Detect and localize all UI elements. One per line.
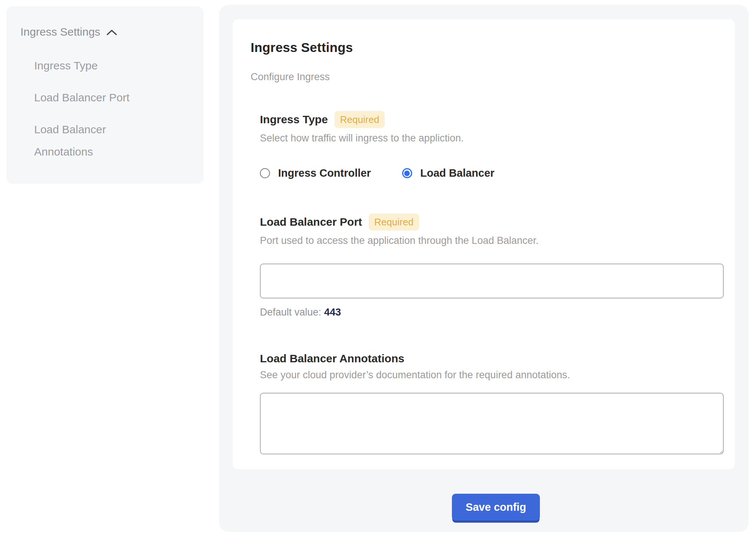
ingress-type-options: Ingress Controller Load Balancer [260, 167, 717, 179]
ingress-settings-card: Ingress Settings Configure Ingress Ingre… [233, 19, 735, 469]
load-balancer-port-input[interactable] [260, 264, 724, 298]
required-badge: Required [369, 213, 419, 231]
load-balancer-port-description: Port used to access the application thro… [260, 235, 717, 246]
load-balancer-port-label: Load Balancer Port [260, 216, 362, 228]
radio-label-load-balancer: Load Balancer [420, 167, 495, 179]
settings-sidebar: Ingress Settings Ingress Type Load Balan… [6, 6, 203, 184]
default-value-number: 443 [324, 307, 341, 318]
sidebar-item-load-balancer-annotations[interactable]: Load Balancer Annotations [34, 118, 157, 163]
save-config-button[interactable]: Save config [452, 494, 540, 520]
field-load-balancer-annotations: Load Balancer Annotations See your cloud… [260, 352, 717, 454]
sidebar-item-list: Ingress Type Load Balancer Port Load Bal… [34, 55, 189, 163]
load-balancer-annotations-textarea[interactable] [260, 393, 724, 454]
sidebar-section-toggle[interactable]: Ingress Settings [20, 26, 189, 38]
page-subtitle: Configure Ingress [251, 71, 717, 83]
field-ingress-type: Ingress Type Required Select how traffic… [260, 111, 717, 179]
default-value-label: Default value: [260, 307, 321, 318]
load-balancer-annotations-description: See your cloud provider’s documentation … [260, 369, 717, 381]
radio-option-ingress-controller[interactable]: Ingress Controller [260, 167, 371, 179]
ingress-type-description: Select how traffic will ingress to the a… [260, 133, 717, 144]
ingress-type-label: Ingress Type [260, 113, 328, 126]
default-value-row: Default value:443 [260, 307, 717, 318]
required-badge: Required [335, 111, 385, 128]
load-balancer-annotations-label: Load Balancer Annotations [260, 352, 404, 365]
radio-unselected-icon[interactable] [260, 168, 270, 178]
chevron-up-icon [106, 29, 117, 36]
field-load-balancer-port: Load Balancer Port Required Port used to… [260, 213, 717, 318]
radio-option-load-balancer[interactable]: Load Balancer [402, 167, 495, 179]
radio-selected-icon[interactable] [402, 168, 412, 178]
page-title: Ingress Settings [251, 40, 717, 55]
sidebar-section-title: Ingress Settings [20, 26, 100, 38]
radio-label-ingress-controller: Ingress Controller [278, 167, 371, 179]
sidebar-item-load-balancer-port[interactable]: Load Balancer Port [34, 86, 157, 109]
sidebar-item-ingress-type[interactable]: Ingress Type [34, 55, 157, 77]
settings-panel: Ingress Settings Configure Ingress Ingre… [219, 5, 749, 532]
